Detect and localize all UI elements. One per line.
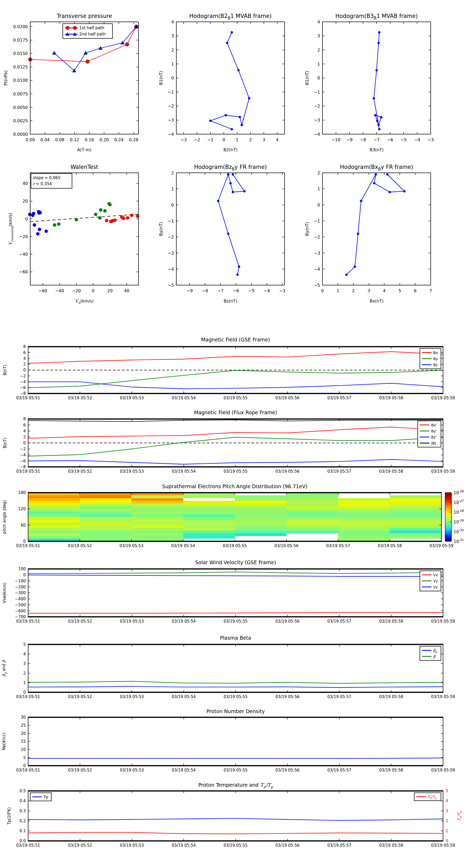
- legend-label: Bz: [433, 363, 438, 367]
- x-tick-label: 03/19 05:55: [224, 619, 247, 624]
- axes-frame: [28, 644, 443, 692]
- x-tick-label: 03/19 05:57: [328, 469, 351, 474]
- x-tick-label: 0.16: [85, 137, 94, 142]
- x-tick-label: 03/19 05:54: [172, 694, 196, 699]
- x-tick-label: 03/19 05:53: [120, 469, 144, 474]
- x-tick-label: 03/19 05:57: [328, 619, 351, 624]
- x-tick-label: 03/19 05:56: [275, 694, 299, 699]
- x-tick-label: 03/19 05:59: [431, 843, 455, 848]
- y-tick-label: −100: [15, 579, 26, 583]
- y-tick-label: −4: [314, 267, 320, 272]
- y-tick-label: −1: [168, 90, 174, 95]
- legend-label: Tp: [43, 795, 48, 799]
- y-axis-label: By(nT): [159, 222, 164, 236]
- legend-label: β: [433, 654, 436, 659]
- legend: βpβ: [420, 646, 441, 660]
- y-tick-label: 0: [23, 690, 26, 695]
- annotation-line: slope = 0.065: [33, 176, 61, 180]
- y-tick-label: −8: [20, 465, 26, 469]
- x-axis-label: Bx(nT): [370, 299, 384, 304]
- y-axis-label: Tp(106K): [6, 807, 11, 825]
- panel-proton-density: 03/19 05:5103/19 05:5203/19 05:5303/19 0…: [0, 708, 473, 783]
- y-tick-label: −200: [15, 585, 26, 589]
- legend-label: Vz: [433, 585, 438, 589]
- x-tick-label: 03/19 05:55: [224, 396, 247, 400]
- colorbar: 10-2610-2710-2810-2910-3010-31: [445, 490, 464, 544]
- y-tick-label: 1: [317, 186, 320, 191]
- x-axis-label: B2(nT): [223, 147, 238, 152]
- x-tick-label: 03/19 05:55: [224, 694, 247, 699]
- x-tick-label: 03/19 05:52: [68, 619, 92, 624]
- y-tick-label: 0.0200: [13, 24, 28, 29]
- x-tick-label: −6: [233, 288, 239, 293]
- x-tick-label: 0.24: [114, 137, 124, 142]
- x-tick-label: −4: [264, 288, 270, 293]
- x-tick-label: 03/19 05:52: [68, 843, 92, 848]
- y-tick-label: 0.0150: [13, 51, 28, 56]
- x-tick-label: 03/19 05:54: [172, 469, 196, 474]
- panel-title: Hodogram(BxBy FR frame): [340, 164, 413, 172]
- panel-title: Hodogram(BzBy FR frame): [194, 164, 267, 172]
- y-tick-label: −400: [15, 596, 26, 601]
- legend-label: Vy: [433, 579, 438, 583]
- x-tick-label: 0.20: [99, 137, 109, 142]
- series-tp: [28, 818, 443, 820]
- x-tick-label: 0.28: [129, 137, 138, 142]
- axes-frame: [30, 173, 138, 285]
- x-tick-label: 03/19 05:56: [275, 619, 299, 624]
- series-beta-p: [28, 686, 443, 687]
- y-tick-label: 0: [23, 572, 26, 577]
- panel-hodogram-bz-by: −9−8−7−6−5−4−3−5−4−3−2−1012Hodogram(BzBy…: [146, 158, 309, 313]
- colorbar-tick-label: 10-30: [453, 528, 464, 534]
- y-tick-label: −2: [20, 446, 26, 452]
- panel-title: Hodogram(B2B1 MVAB frame): [189, 13, 272, 21]
- x-tick-label: −3: [180, 137, 187, 142]
- x-tick-label: 03/19 05:59: [431, 469, 455, 474]
- legend: 1st half path2nd half path: [63, 24, 112, 38]
- y-tick-label: 6: [23, 350, 26, 355]
- right-y-tick-label: 0: [446, 839, 448, 843]
- x-tick-label: −4: [414, 137, 420, 142]
- x-tick-label: 03/19 05:58: [379, 843, 403, 848]
- y-tick-label: −4: [20, 379, 26, 384]
- x-tick-label: 7: [429, 288, 432, 293]
- x-tick-label: 5: [398, 288, 401, 293]
- panel-title: Plasma Beta: [220, 635, 251, 641]
- y-tick-label: 0: [23, 763, 26, 768]
- y-tick-label: −6: [20, 385, 26, 390]
- y-tick-label: 0.0025: [13, 118, 28, 123]
- y-tick-label: −4: [314, 132, 320, 137]
- legend-label: Vx: [433, 573, 438, 577]
- x-tick-label: 03/19 05:53: [120, 544, 143, 548]
- y-tick-label: −2: [168, 104, 174, 108]
- y-tick-label: 2: [23, 435, 26, 439]
- y-tick-label: 8: [23, 416, 26, 422]
- x-tick-label: 03/19 05:51: [16, 469, 40, 474]
- x-tick-label: 03/19 05:52: [68, 768, 92, 773]
- y-tick-label: 1: [317, 62, 320, 66]
- y-tick-label: 3: [23, 661, 26, 666]
- x-tick-label: 03/19 05:51: [16, 768, 40, 773]
- x-tick-label: −20: [72, 288, 81, 293]
- y-tick-label: 0: [23, 539, 26, 544]
- y-tick-label: −5: [314, 283, 320, 288]
- x-tick-label: 03/19 05:59: [431, 694, 455, 699]
- x-tick-label: 03/19 05:57: [328, 843, 351, 848]
- x-tick-label: 03/19 05:57: [328, 396, 351, 400]
- y-tick-label: 0.0000: [13, 132, 28, 137]
- x-tick-label: 03/19 05:58: [379, 396, 403, 400]
- right-y-tick-label: 4: [446, 799, 448, 803]
- y-tick-label: 0.2: [20, 818, 26, 823]
- x-tick-label: 03/19 05:52: [68, 544, 92, 548]
- y-tick-label: −4: [20, 453, 26, 457]
- y-tick-label: 0: [317, 203, 320, 208]
- x-axis-label: Bz(nT): [224, 299, 237, 304]
- y-tick-label: 20: [21, 731, 26, 736]
- x-tick-label: 03/19 05:53: [120, 396, 144, 400]
- x-tick-label: −8: [202, 288, 208, 293]
- series-bx-by-path: [345, 173, 406, 276]
- legend-label: 2nd half path: [79, 32, 106, 37]
- y-tick-label: −4: [168, 132, 174, 137]
- x-tick-label: −5: [248, 288, 255, 293]
- x-tick-label: 03/19 05:59: [431, 619, 455, 624]
